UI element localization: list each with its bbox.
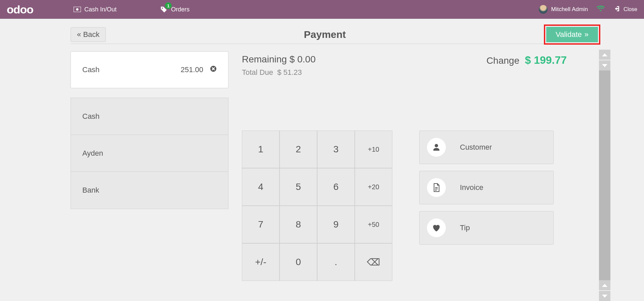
delete-payment-line-icon[interactable] xyxy=(210,65,217,74)
invoice-label: Invoice xyxy=(460,183,483,192)
change-value: $ 199.77 xyxy=(525,54,567,66)
wifi-icon xyxy=(597,5,605,13)
payment-method-ayden[interactable]: Ayden xyxy=(71,135,228,172)
payment-screen: « Back Payment Validate » Cash 251.00 Ca… xyxy=(71,25,600,301)
validate-label: Validate xyxy=(556,30,582,39)
close-button[interactable]: Close xyxy=(614,5,637,13)
user-name[interactable]: Mitchell Admin xyxy=(551,6,588,13)
remaining-label: Remaining xyxy=(242,54,287,64)
key-3[interactable]: 3 xyxy=(317,131,355,168)
scroll-up-icon[interactable] xyxy=(599,50,610,60)
logout-icon xyxy=(614,5,621,13)
heart-icon xyxy=(427,218,446,237)
key-1[interactable]: 1 xyxy=(242,131,280,168)
total-due-label: Total Due xyxy=(242,68,273,77)
scroll-up-icon-2[interactable] xyxy=(599,60,610,70)
payment-summary: Remaining $ 0.00 Total Due $ 51.23 Chang… xyxy=(242,51,587,77)
close-label: Close xyxy=(624,6,637,12)
svg-point-2 xyxy=(162,8,163,9)
scroll-down-icon-1[interactable] xyxy=(599,280,610,290)
customer-button[interactable]: Customer xyxy=(419,131,554,164)
back-label: Back xyxy=(83,30,99,39)
document-icon xyxy=(427,178,446,197)
page-title: Payment xyxy=(106,29,544,40)
chevron-left-icon: « xyxy=(77,30,81,39)
top-bar: odoo Cash In/Out 1 Orders Mitchell Admin… xyxy=(0,0,644,19)
remaining-value: $ 0.00 xyxy=(290,54,316,64)
payment-method-bank[interactable]: Bank xyxy=(71,172,228,209)
key-6[interactable]: 6 xyxy=(317,168,355,206)
key-backspace[interactable]: ⌫ xyxy=(355,243,392,281)
key-plus-minus[interactable]: +/- xyxy=(242,243,280,281)
key-2[interactable]: 2 xyxy=(280,131,317,168)
orders-button[interactable]: 1 Orders xyxy=(160,6,189,13)
key-plus-50[interactable]: +50 xyxy=(355,206,392,243)
key-8[interactable]: 8 xyxy=(280,206,317,243)
payment-left-column: Cash 251.00 Cash Ayden Bank xyxy=(71,51,228,281)
validate-highlight: Validate » xyxy=(544,24,600,45)
key-dot[interactable]: . xyxy=(317,243,355,281)
user-icon xyxy=(427,138,446,157)
cash-in-out-label: Cash In/Out xyxy=(84,6,117,13)
orders-badge: 1 xyxy=(165,2,172,9)
payment-line-method: Cash xyxy=(82,65,99,74)
scroll-down-icon-2[interactable] xyxy=(599,291,610,301)
key-7[interactable]: 7 xyxy=(242,206,280,243)
scrollbar[interactable] xyxy=(599,50,610,301)
tag-icon: 1 xyxy=(160,6,168,13)
avatar[interactable] xyxy=(539,5,548,14)
change-label: Change xyxy=(486,55,519,66)
payment-method-cash[interactable]: Cash xyxy=(71,98,228,135)
validate-button[interactable]: Validate » xyxy=(546,27,598,42)
key-4[interactable]: 4 xyxy=(242,168,280,206)
payment-line[interactable]: Cash 251.00 xyxy=(71,51,228,88)
svg-point-1 xyxy=(76,8,79,11)
numeric-keypad: 1 2 3 +10 4 5 6 +20 7 8 9 +50 +/- 0 . ⌫ xyxy=(242,131,392,281)
tip-button[interactable]: Tip xyxy=(419,211,554,245)
key-plus-20[interactable]: +20 xyxy=(355,168,392,206)
tip-label: Tip xyxy=(460,223,470,232)
chevron-right-icon: » xyxy=(585,30,589,39)
customer-label: Customer xyxy=(460,143,492,152)
side-actions: Customer Invoice Tip xyxy=(419,131,554,281)
orders-label: Orders xyxy=(171,6,189,13)
key-9[interactable]: 9 xyxy=(317,206,355,243)
key-5[interactable]: 5 xyxy=(280,168,317,206)
back-button[interactable]: « Back xyxy=(71,27,106,42)
cash-in-out-button[interactable]: Cash In/Out xyxy=(74,6,117,13)
invoice-button[interactable]: Invoice xyxy=(419,171,554,204)
scroll-track[interactable] xyxy=(599,70,610,280)
key-plus-10[interactable]: +10 xyxy=(355,131,392,168)
odoo-logo: odoo xyxy=(7,3,33,16)
cash-bill-icon xyxy=(74,7,81,12)
key-0[interactable]: 0 xyxy=(280,243,317,281)
payment-line-amount: 251.00 xyxy=(181,65,203,74)
payment-method-list: Cash Ayden Bank xyxy=(71,98,228,209)
total-due-value: $ 51.23 xyxy=(277,68,302,77)
